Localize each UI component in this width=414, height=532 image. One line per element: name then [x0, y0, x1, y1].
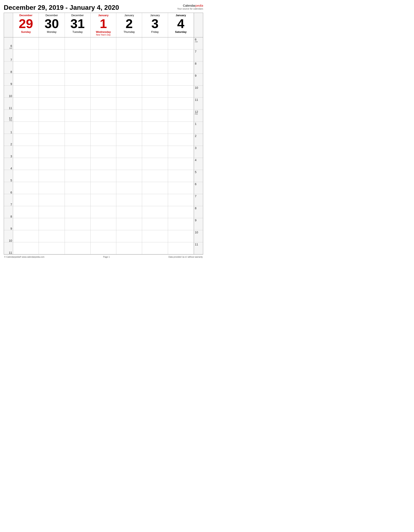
- day-cell-jan2-6[interactable]: [116, 110, 142, 122]
- day-cell-jan4-9[interactable]: [168, 146, 194, 158]
- day-cell-jan3-2[interactable]: [142, 62, 168, 74]
- day-cell-jan1-13[interactable]: [91, 194, 116, 206]
- day-cell-dec30-11[interactable]: [39, 170, 65, 182]
- day-cell-jan2-13[interactable]: [116, 194, 142, 206]
- day-cell-jan3-0[interactable]: [142, 38, 168, 49]
- day-cell-jan1-12[interactable]: [91, 182, 116, 194]
- day-cell-jan4-2[interactable]: [168, 62, 194, 74]
- day-cell-jan1-2[interactable]: [91, 62, 116, 74]
- day-cell-dec29-12[interactable]: [13, 182, 39, 194]
- day-cell-jan3-17[interactable]: [142, 242, 168, 254]
- day-cell-jan4-7[interactable]: [168, 122, 194, 134]
- day-cell-jan3-7[interactable]: [142, 122, 168, 134]
- day-cell-dec29-1[interactable]: [13, 49, 39, 62]
- day-cell-jan4-10[interactable]: [168, 158, 194, 170]
- day-cell-dec29-13[interactable]: [13, 194, 39, 206]
- day-cell-jan2-4[interactable]: [116, 86, 142, 98]
- day-cell-dec31-14[interactable]: [65, 206, 91, 218]
- day-cell-jan2-7[interactable]: [116, 122, 142, 134]
- day-cell-jan3-5[interactable]: [142, 98, 168, 110]
- day-cell-jan3-8[interactable]: [142, 134, 168, 146]
- day-cell-dec30-5[interactable]: [39, 98, 65, 110]
- day-cell-jan2-12[interactable]: [116, 182, 142, 194]
- day-cell-jan1-14[interactable]: [91, 206, 116, 218]
- day-cell-jan2-14[interactable]: [116, 206, 142, 218]
- day-cell-dec30-15[interactable]: [39, 218, 65, 230]
- day-cell-dec30-6[interactable]: [39, 110, 65, 122]
- day-cell-jan1-16[interactable]: [91, 230, 116, 242]
- day-cell-jan3-10[interactable]: [142, 158, 168, 170]
- day-cell-dec30-17[interactable]: [39, 242, 65, 254]
- day-cell-jan4-4[interactable]: [168, 86, 194, 98]
- day-cell-jan4-5[interactable]: [168, 98, 194, 110]
- day-cell-jan4-11[interactable]: [168, 170, 194, 182]
- day-cell-dec29-5[interactable]: [13, 98, 39, 110]
- day-cell-jan2-9[interactable]: [116, 146, 142, 158]
- day-cell-jan4-8[interactable]: [168, 134, 194, 146]
- day-cell-jan2-17[interactable]: [116, 242, 142, 254]
- day-cell-dec31-15[interactable]: [65, 218, 91, 230]
- day-cell-jan3-13[interactable]: [142, 194, 168, 206]
- day-cell-dec30-4[interactable]: [39, 86, 65, 98]
- day-cell-jan1-0[interactable]: [91, 38, 116, 49]
- day-cell-dec31-12[interactable]: [65, 182, 91, 194]
- day-cell-jan2-0[interactable]: [116, 38, 142, 49]
- day-cell-jan2-8[interactable]: [116, 134, 142, 146]
- day-cell-jan1-15[interactable]: [91, 218, 116, 230]
- day-cell-jan4-3[interactable]: [168, 74, 194, 86]
- day-cell-dec30-12[interactable]: [39, 182, 65, 194]
- day-cell-dec31-5[interactable]: [65, 98, 91, 110]
- day-cell-jan4-6[interactable]: [168, 110, 194, 122]
- day-cell-dec30-16[interactable]: [39, 230, 65, 242]
- day-cell-jan1-3[interactable]: [91, 74, 116, 86]
- day-cell-dec29-8[interactable]: [13, 134, 39, 146]
- day-cell-dec30-1[interactable]: [39, 49, 65, 62]
- day-cell-jan3-15[interactable]: [142, 218, 168, 230]
- day-cell-jan2-10[interactable]: [116, 158, 142, 170]
- day-cell-dec29-14[interactable]: [13, 206, 39, 218]
- day-cell-jan1-11[interactable]: [91, 170, 116, 182]
- day-cell-dec31-13[interactable]: [65, 194, 91, 206]
- day-cell-dec29-2[interactable]: [13, 62, 39, 74]
- day-cell-jan2-16[interactable]: [116, 230, 142, 242]
- day-cell-jan1-4[interactable]: [91, 86, 116, 98]
- day-cell-jan2-1[interactable]: [116, 49, 142, 62]
- day-cell-jan4-12[interactable]: [168, 182, 194, 194]
- day-cell-jan3-4[interactable]: [142, 86, 168, 98]
- day-cell-dec31-1[interactable]: [65, 49, 91, 62]
- day-cell-dec31-9[interactable]: [65, 146, 91, 158]
- day-cell-dec29-4[interactable]: [13, 86, 39, 98]
- day-cell-jan4-16[interactable]: [168, 230, 194, 242]
- day-cell-dec30-7[interactable]: [39, 122, 65, 134]
- day-cell-dec29-0[interactable]: [13, 38, 39, 49]
- day-cell-dec31-10[interactable]: [65, 158, 91, 170]
- day-cell-dec30-13[interactable]: [39, 194, 65, 206]
- day-cell-jan2-3[interactable]: [116, 74, 142, 86]
- day-cell-jan4-15[interactable]: [168, 218, 194, 230]
- day-cell-dec30-10[interactable]: [39, 158, 65, 170]
- day-cell-dec31-17[interactable]: [65, 242, 91, 254]
- day-cell-jan1-5[interactable]: [91, 98, 116, 110]
- day-cell-dec31-2[interactable]: [65, 62, 91, 74]
- day-cell-jan3-9[interactable]: [142, 146, 168, 158]
- day-cell-dec29-7[interactable]: [13, 122, 39, 134]
- day-cell-dec31-4[interactable]: [65, 86, 91, 98]
- day-cell-jan3-6[interactable]: [142, 110, 168, 122]
- day-cell-dec29-6[interactable]: [13, 110, 39, 122]
- day-cell-dec31-6[interactable]: [65, 110, 91, 122]
- day-cell-jan2-15[interactable]: [116, 218, 142, 230]
- day-cell-dec31-7[interactable]: [65, 122, 91, 134]
- day-cell-jan2-5[interactable]: [116, 98, 142, 110]
- day-cell-dec29-9[interactable]: [13, 146, 39, 158]
- day-cell-dec30-3[interactable]: [39, 74, 65, 86]
- day-cell-jan4-13[interactable]: [168, 194, 194, 206]
- day-cell-jan4-1[interactable]: [168, 49, 194, 62]
- day-cell-dec29-3[interactable]: [13, 74, 39, 86]
- day-cell-dec30-2[interactable]: [39, 62, 65, 74]
- day-cell-dec29-15[interactable]: [13, 218, 39, 230]
- day-cell-jan3-1[interactable]: [142, 49, 168, 62]
- day-cell-dec29-11[interactable]: [13, 170, 39, 182]
- day-cell-jan3-16[interactable]: [142, 230, 168, 242]
- day-cell-jan3-12[interactable]: [142, 182, 168, 194]
- day-cell-dec30-8[interactable]: [39, 134, 65, 146]
